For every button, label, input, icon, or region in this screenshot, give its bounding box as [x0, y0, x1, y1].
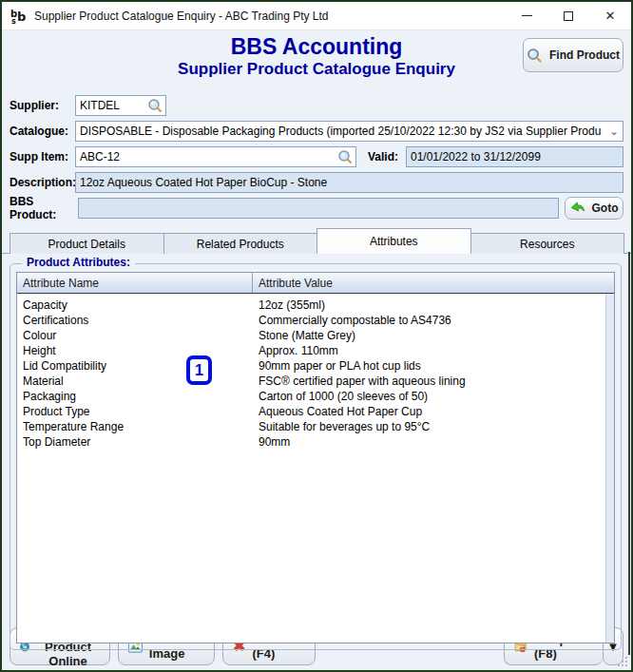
header: BBS Accounting Supplier Product Catalogu… — [2, 34, 631, 93]
find-product-button[interactable]: Find Product — [523, 38, 623, 72]
column-header-name[interactable]: Attribute Name — [17, 273, 253, 293]
tab-resources[interactable]: Resources — [470, 233, 625, 254]
attribute-row[interactable]: PackagingCarton of 1000 (20 sleeves of 5… — [17, 389, 614, 404]
bbs-product-field — [78, 198, 559, 219]
attribute-value: Approx. 110mm — [253, 344, 614, 357]
svg-text:b: b — [17, 10, 26, 24]
description-label: Description: — [10, 176, 75, 189]
panel-edge-shadow — [628, 252, 630, 655]
group-label: Product Attributes: — [22, 256, 135, 269]
attribute-row[interactable]: MaterialFSC® certified paper with aqueou… — [17, 374, 614, 389]
attribute-name: Height — [17, 344, 253, 357]
search-icon — [527, 48, 543, 64]
title-bar: b s b Supplier Product Catalogue Enquiry… — [2, 2, 631, 30]
attribute-row[interactable]: Top Diameter90mm — [17, 434, 614, 450]
description-field: 12oz Aqueous Coated Hot Paper BioCup - S… — [75, 172, 623, 193]
tab-bar: Product DetailsRelated ProductsAttribute… — [2, 228, 631, 254]
window-title: Supplier Product Catalogue Enquiry - ABC… — [34, 10, 329, 23]
attribute-name: Lid Compatibility — [17, 359, 253, 373]
attribute-name: Capacity — [17, 298, 253, 312]
column-header-value[interactable]: Attribute Value — [253, 273, 614, 293]
tab-attributes[interactable]: Attributes — [316, 228, 471, 254]
attribute-name: Certifications — [17, 314, 253, 327]
supp-item-input[interactable]: ABC-12 — [75, 146, 356, 167]
goto-arrow-icon — [570, 202, 585, 215]
attribute-name: Product Type — [17, 405, 253, 418]
attribute-value: Stone (Matte Grey) — [253, 329, 614, 342]
catalogue-label: Catalogue: — [10, 125, 75, 138]
supp-item-search-icon[interactable] — [337, 149, 354, 165]
find-product-label: Find Product — [549, 48, 620, 62]
minimize-button[interactable] — [506, 2, 547, 30]
attribute-name: Material — [17, 374, 253, 388]
attributes-table: Attribute Name Attribute Value Capacity1… — [16, 272, 615, 643]
tab-related-products[interactable]: Related Products — [163, 233, 318, 254]
attribute-name: Top Diameter — [17, 435, 253, 449]
app-icon: b s b — [10, 7, 29, 26]
supplier-search-icon[interactable] — [147, 98, 163, 114]
attribute-row[interactable]: CertificationsCommercially compostable t… — [17, 313, 614, 328]
supplier-input[interactable]: KITDEL — [75, 95, 166, 116]
attribute-name: Temperature Range — [17, 420, 253, 433]
product-attributes-groupbox: Product Attributes: Attribute Name Attri… — [10, 263, 622, 650]
enquiry-form: Supplier: KITDEL Catalogue: DISPOSABLE -… — [2, 93, 631, 219]
attribute-value: 90mm — [253, 435, 614, 449]
attributes-table-header: Attribute Name Attribute Value — [17, 273, 614, 294]
attribute-name: Packaging — [17, 390, 253, 403]
app-window: b s b Supplier Product Catalogue Enquiry… — [0, 0, 633, 672]
attributes-table-body: Capacity12oz (355ml)CertificationsCommer… — [17, 298, 614, 450]
attribute-row[interactable]: Lid Compatibility90mm paper or PLA hot c… — [17, 358, 614, 374]
attribute-value: Suitable for beverages up to 95°C — [253, 420, 614, 433]
attribute-value: Aqueous Coated Hot Paper Cup — [253, 405, 614, 418]
resize-grip[interactable] — [616, 655, 629, 668]
supplier-label: Supplier: — [10, 99, 75, 112]
attribute-row[interactable]: Capacity12oz (355ml) — [17, 298, 614, 313]
valid-label: Valid: — [368, 150, 398, 163]
attribute-value: Commercially compostable to AS4736 — [253, 314, 614, 327]
catalogue-select[interactable]: DISPOSABLE - Disposable Packaging Produc… — [75, 121, 623, 142]
valid-field: 01/01/2022 to 31/12/2099 — [406, 146, 623, 167]
attribute-row[interactable]: ColourStone (Matte Grey) — [17, 328, 614, 343]
attribute-row[interactable]: Product TypeAqueous Coated Hot Paper Cup — [17, 404, 614, 419]
chevron-down-icon: ⌄ — [609, 125, 619, 138]
maximize-button[interactable] — [547, 2, 589, 30]
close-button[interactable]: ✕ — [589, 2, 631, 30]
goto-button[interactable]: Goto — [565, 197, 623, 220]
attribute-name: Colour — [17, 329, 253, 342]
svg-text:s: s — [11, 17, 16, 26]
attribute-value: 12oz (355ml) — [253, 298, 614, 312]
tab-product-details[interactable]: Product Details — [10, 233, 164, 254]
attribute-value: FSC® certified paper with aqueous lining — [253, 374, 614, 388]
attribute-row[interactable]: Temperature RangeSuitable for beverages … — [17, 419, 614, 434]
vertical-scrollbar[interactable] — [605, 294, 614, 643]
attribute-value: Carton of 1000 (20 sleeves of 50) — [253, 390, 614, 403]
attribute-value: 90mm paper or PLA hot cup lids — [253, 359, 614, 373]
bbs-product-label: BBS Product: — [10, 195, 78, 221]
attributes-tab-panel: Product Attributes: Attribute Name Attri… — [2, 253, 631, 654]
supp-item-label: Supp Item: — [10, 150, 75, 163]
annotation-marker-1: 1 — [186, 355, 212, 385]
attribute-row[interactable]: HeightApprox. 110mm — [17, 343, 614, 358]
